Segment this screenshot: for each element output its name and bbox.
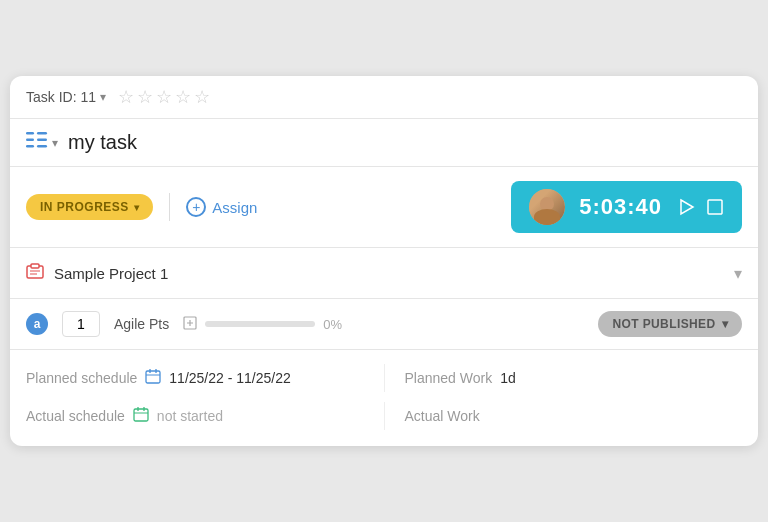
card-header: Task ID: 11 ▾ ☆ ☆ ☆ ☆ ☆ xyxy=(10,76,758,119)
assign-label: Assign xyxy=(212,199,257,216)
planned-work-label: Planned Work xyxy=(405,370,493,386)
actual-schedule-label: Actual schedule xyxy=(26,408,125,424)
avatar-image xyxy=(529,189,565,225)
agile-row: a Agile Pts 0% NOT PUBLISHED ▾ xyxy=(10,299,758,350)
svg-rect-2 xyxy=(26,145,34,148)
project-icon xyxy=(26,262,44,284)
planned-calendar-icon xyxy=(145,368,161,388)
progress-icon xyxy=(183,316,197,333)
actual-schedule-row: Actual schedule not started Actual Work xyxy=(10,402,758,446)
progress-percent: 0% xyxy=(323,317,342,332)
status-label: IN PROGRESS xyxy=(40,200,129,214)
task-icon-chevron[interactable]: ▾ xyxy=(52,136,58,150)
svg-rect-0 xyxy=(26,132,34,135)
timer-display: 5:03:40 xyxy=(579,194,662,220)
agile-icon-label: a xyxy=(34,317,41,331)
actions-divider xyxy=(169,193,170,221)
task-id-chevron[interactable]: ▾ xyxy=(100,90,106,104)
progress-container: 0% xyxy=(183,316,584,333)
status-button[interactable]: IN PROGRESS ▾ xyxy=(26,194,153,220)
star-4[interactable]: ☆ xyxy=(175,86,191,108)
planned-schedule-col: Planned schedule 11/25/22 - 11/25/22 xyxy=(26,368,364,388)
actual-calendar-icon xyxy=(133,406,149,426)
svg-rect-5 xyxy=(37,145,47,148)
planned-schedule-row: Planned schedule 11/25/22 - 11/25/22 Pla… xyxy=(10,350,758,402)
svg-rect-1 xyxy=(26,139,34,142)
star-1[interactable]: ☆ xyxy=(118,86,134,108)
svg-rect-4 xyxy=(37,139,47,142)
progress-bar xyxy=(205,321,315,327)
actual-schedule-value: not started xyxy=(157,408,223,424)
status-chevron: ▾ xyxy=(134,202,140,213)
planned-schedule-label: Planned schedule xyxy=(26,370,137,386)
svg-rect-19 xyxy=(134,409,148,421)
star-3[interactable]: ☆ xyxy=(156,86,172,108)
svg-rect-7 xyxy=(708,200,722,214)
task-id-label: Task ID: 11 xyxy=(26,89,96,105)
svg-rect-9 xyxy=(31,264,39,268)
project-row[interactable]: Sample Project 1 ▾ xyxy=(10,248,758,299)
publish-chevron: ▾ xyxy=(722,317,728,331)
assign-button[interactable]: + Assign xyxy=(186,197,257,217)
publish-label: NOT PUBLISHED xyxy=(612,317,715,331)
actual-divider xyxy=(384,402,385,430)
actual-schedule-col: Actual schedule not started xyxy=(26,406,364,426)
svg-marker-6 xyxy=(681,200,693,214)
publish-button[interactable]: NOT PUBLISHED ▾ xyxy=(598,311,742,337)
actual-work-col: Actual Work xyxy=(405,408,743,424)
task-icon-group[interactable]: ▾ xyxy=(26,131,58,154)
actual-work-label: Actual Work xyxy=(405,408,480,424)
task-title-row: ▾ xyxy=(10,119,758,167)
avatar xyxy=(529,189,565,225)
project-chevron[interactable]: ▾ xyxy=(734,264,742,283)
timer-play-button[interactable] xyxy=(676,197,696,217)
actions-row: IN PROGRESS ▾ + Assign 5:03:40 xyxy=(10,167,758,248)
agile-icon: a xyxy=(26,313,48,335)
timer-block: 5:03:40 xyxy=(511,181,742,233)
star-2[interactable]: ☆ xyxy=(137,86,153,108)
planned-schedule-value: 11/25/22 - 11/25/22 xyxy=(169,370,290,386)
star-rating[interactable]: ☆ ☆ ☆ ☆ ☆ xyxy=(118,86,210,108)
svg-rect-15 xyxy=(146,371,160,383)
task-title-input[interactable] xyxy=(68,131,742,154)
planned-work-col: Planned Work 1d xyxy=(405,370,743,386)
list-icon xyxy=(26,131,48,154)
star-5[interactable]: ☆ xyxy=(194,86,210,108)
task-card: Task ID: 11 ▾ ☆ ☆ ☆ ☆ ☆ ▾ xyxy=(10,76,758,446)
agile-points-label: Agile Pts xyxy=(114,316,169,332)
svg-rect-3 xyxy=(37,132,47,135)
timer-controls xyxy=(676,197,724,217)
agile-points-input[interactable] xyxy=(62,311,100,337)
schedule-divider xyxy=(384,364,385,392)
planned-work-value: 1d xyxy=(500,370,516,386)
project-name: Sample Project 1 xyxy=(54,265,734,282)
assign-icon: + xyxy=(186,197,206,217)
task-id[interactable]: Task ID: 11 ▾ xyxy=(26,89,106,105)
timer-stop-button[interactable] xyxy=(706,198,724,216)
